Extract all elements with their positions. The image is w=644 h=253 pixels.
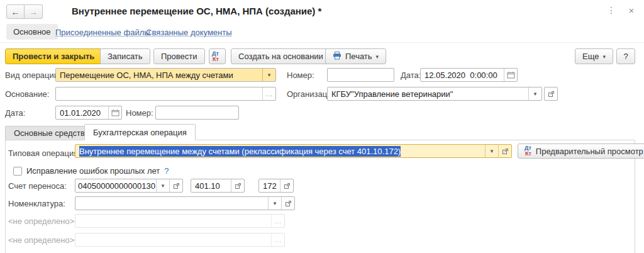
create-based-on-button[interactable]: Создать на основании ▾ bbox=[231, 48, 337, 64]
basis-input[interactable]: ... bbox=[55, 87, 276, 101]
fix-errors-label: Исправление ошибок прошлых лет bbox=[26, 166, 160, 176]
header-separator bbox=[0, 42, 644, 43]
chevron-down-icon: ▾ bbox=[602, 53, 606, 60]
number2-label: Номер: bbox=[126, 108, 153, 118]
chevron-down-icon[interactable]: ▾ bbox=[268, 197, 281, 210]
undefined-field1-label: <не определено>: bbox=[8, 216, 77, 226]
number2-input[interactable] bbox=[155, 106, 239, 120]
open-organization-button[interactable] bbox=[544, 87, 558, 101]
basis-value bbox=[56, 87, 262, 100]
number2-value bbox=[156, 106, 238, 119]
chevron-down-icon: ▾ bbox=[376, 53, 379, 60]
nomenclature-select[interactable]: ▾ bbox=[75, 196, 295, 210]
fix-errors-help-icon[interactable]: ? bbox=[164, 166, 169, 176]
link-attached-files[interactable]: Присоединенные файлы bbox=[55, 28, 150, 37]
chevron-down-icon[interactable]: ▾ bbox=[528, 87, 541, 100]
link-linked-documents[interactable]: Связанные документы bbox=[146, 28, 232, 37]
nomenclature-value bbox=[75, 197, 268, 210]
open-icon[interactable] bbox=[280, 179, 293, 192]
back-button[interactable]: ← bbox=[6, 4, 25, 19]
nomenclature-label: Номенклатура: bbox=[8, 199, 65, 208]
document-window: ← → Внутреннее перемещение ОС, НМА, НПА … bbox=[0, 0, 644, 253]
open-icon[interactable] bbox=[169, 179, 182, 192]
transfer-account-value: 401.10 bbox=[191, 179, 231, 192]
accounting-tab-panel: Типовая операция: Внутреннее перемещение… bbox=[5, 140, 635, 253]
ellipsis-icon[interactable]: ... bbox=[271, 215, 284, 227]
ellipsis-icon[interactable]: ... bbox=[271, 233, 284, 246]
calendar-icon[interactable] bbox=[504, 69, 517, 81]
preview-label: Предварительный просмотр bbox=[536, 147, 643, 156]
calendar-icon[interactable] bbox=[108, 106, 121, 119]
post-and-close-button[interactable]: Провести и закрыть bbox=[5, 48, 102, 64]
date-input[interactable]: 12.05.2020 0:00:00 bbox=[420, 68, 518, 82]
tab-accounting-operation[interactable]: Бухгалтерская операция bbox=[84, 124, 196, 140]
operation-kind-value: Перемещение ОС, НМА, НПА между счетами bbox=[56, 69, 262, 81]
chevron-down-icon[interactable]: ▾ bbox=[262, 69, 275, 81]
transfer-account-input[interactable]: 401.10 bbox=[191, 179, 245, 193]
chevron-down-icon[interactable]: ▾ bbox=[485, 145, 498, 157]
post-button[interactable]: Провести bbox=[153, 48, 205, 64]
close-icon[interactable]: × bbox=[626, 5, 636, 16]
forward-button[interactable]: → bbox=[25, 4, 43, 19]
organization-value: КГБУ"Управление ветеринарии" bbox=[328, 87, 528, 100]
undefined-field1-value bbox=[75, 215, 271, 227]
transfer-kosgu-value: 172 bbox=[259, 179, 280, 192]
fix-errors-row: Исправление ошибок прошлых лет ? bbox=[13, 166, 169, 176]
open-icon bbox=[548, 91, 555, 98]
show-postings-button[interactable]: ДтКт bbox=[209, 48, 226, 64]
operation-kind-select[interactable]: Перемещение ОС, НМА, НПА между счетами ▾ bbox=[55, 68, 276, 82]
fix-errors-checkbox[interactable] bbox=[13, 167, 22, 176]
number-input[interactable] bbox=[327, 68, 394, 82]
operation-kind-label: Вид операции: bbox=[5, 70, 61, 80]
transfer-kps-value: 04050000000000130 bbox=[75, 179, 156, 192]
undefined-field1-input[interactable]: ... bbox=[75, 214, 285, 228]
selected-text: Внутреннее перемещение между счетами (ре… bbox=[79, 146, 401, 157]
chevron-down-icon[interactable]: ▾ bbox=[156, 179, 169, 192]
typical-operation-label: Типовая операция: bbox=[8, 149, 80, 158]
undefined-field2-label: <не определено>: bbox=[8, 235, 77, 245]
date2-label: Дата: bbox=[5, 108, 25, 118]
transfer-account-label: Счет переноса: bbox=[8, 181, 67, 191]
forward-arrow-icon: → bbox=[29, 7, 38, 17]
write-button[interactable]: Записать bbox=[100, 48, 150, 64]
print-button[interactable]: Печать ▾ bbox=[325, 48, 386, 64]
more-label: Еще bbox=[582, 52, 599, 61]
typical-operation-select[interactable]: Внутреннее перемещение между счетами (ре… bbox=[75, 144, 512, 158]
undefined-field2-value bbox=[75, 233, 271, 246]
basis-label: Основание: bbox=[5, 89, 49, 99]
number-label: Номер: bbox=[287, 70, 314, 80]
date-label: Дата: bbox=[401, 70, 421, 80]
preview-button[interactable]: ДтКт Предварительный просмотр bbox=[518, 143, 644, 159]
back-arrow-icon: ← bbox=[11, 7, 20, 17]
open-icon[interactable] bbox=[281, 197, 294, 210]
date2-input[interactable]: 01.01.2020 bbox=[55, 106, 122, 120]
dt-kt-icon: ДтКт bbox=[212, 51, 219, 62]
organization-select[interactable]: КГБУ"Управление ветеринарии" ▾ bbox=[327, 87, 542, 101]
ellipsis-icon[interactable]: ... bbox=[262, 87, 275, 100]
page-title: Внутреннее перемещение ОС, НМА, НПА (соз… bbox=[72, 6, 321, 16]
transfer-kps-select[interactable]: 04050000000000130 ▾ bbox=[75, 179, 183, 193]
dt-kt-icon: ДтКт bbox=[525, 145, 531, 157]
window-menu-icon[interactable]: ⋮ bbox=[606, 5, 616, 15]
date-value: 12.05.2020 0:00:00 bbox=[421, 69, 504, 81]
history-nav: ← → bbox=[6, 4, 43, 19]
undefined-field2-input[interactable]: ... bbox=[75, 233, 285, 247]
more-actions-button[interactable]: Еще ▾ bbox=[575, 48, 613, 64]
create-based-on-label: Создать на основании bbox=[238, 52, 323, 61]
typical-operation-value: Внутреннее перемещение между счетами (ре… bbox=[75, 145, 485, 157]
date2-value: 01.01.2020 bbox=[56, 106, 108, 119]
tab-main[interactable]: Основное bbox=[6, 24, 58, 40]
open-icon[interactable] bbox=[498, 145, 511, 157]
number-value bbox=[328, 69, 394, 81]
printer-icon bbox=[333, 52, 341, 62]
print-label: Печать bbox=[345, 52, 372, 61]
transfer-kosgu-input[interactable]: 172 bbox=[258, 179, 294, 193]
help-button[interactable]: ? bbox=[616, 48, 635, 64]
open-icon[interactable] bbox=[231, 179, 244, 192]
